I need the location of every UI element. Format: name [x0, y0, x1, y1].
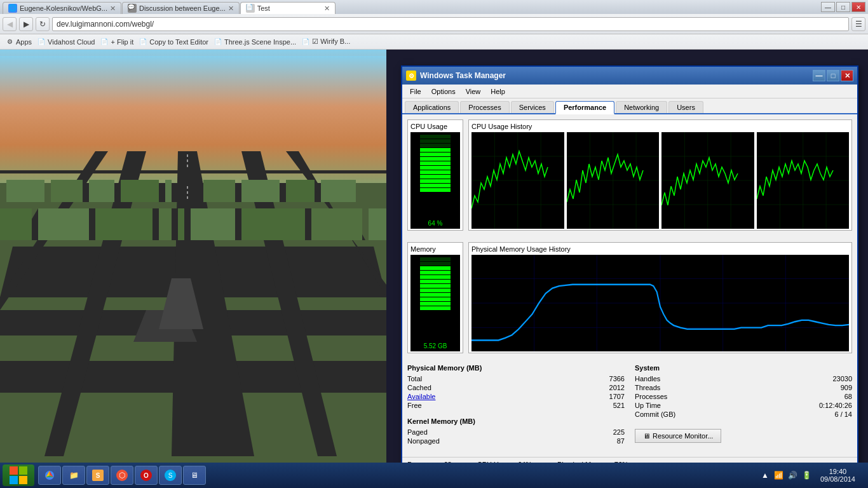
svg-rect-21 — [321, 180, 356, 202]
bookmark-wirify-label: ☑ Wirify B... — [312, 37, 350, 46]
tab-1[interactable]: 🌐 Eugene-Kolesnikov/WebG... ✕ — [3, 2, 121, 14]
svg-rect-81 — [10, 466, 18, 475]
menu-help[interactable]: Help — [485, 86, 510, 97]
tray-arrow[interactable]: ▲ — [759, 470, 771, 481]
cached-row: Cached 2012 — [407, 383, 625, 392]
slides-icon: S — [92, 470, 104, 481]
task-manager-window: ⚙ Windows Task Manager — □ ✕ File Option… — [401, 65, 858, 463]
handles-value: 23030 — [832, 375, 852, 383]
cpu-graph-2 — [567, 132, 660, 229]
system-stats: System Handles 23030 Threads 909 Process… — [635, 364, 852, 452]
memory-history-box: Physical Memory Usage History — [468, 242, 852, 353]
taskbar-chrome[interactable] — [38, 466, 61, 485]
bookmark-threejs[interactable]: 📄 Three.js Scene Inspe... — [214, 37, 296, 46]
tm-performance-content: CPU Usage — [402, 114, 857, 457]
svg-rect-15 — [89, 180, 114, 202]
tray-battery[interactable]: 🔋 — [801, 470, 813, 481]
physical-memory-stats: Physical Memory (MB) Total 7366 Cached 2… — [407, 364, 625, 452]
taskbar: 📁 S ⬡ O S 🖥 ▲ 📶 🔊 🔋 19: — [0, 463, 868, 488]
tm-maximize-button[interactable]: □ — [827, 70, 839, 81]
cached-label: Cached — [407, 384, 431, 391]
svg-rect-17 — [165, 180, 172, 202]
tray-volume[interactable]: 🔊 — [787, 470, 799, 481]
commit-row: Commit (GB) 6 / 14 — [635, 410, 852, 419]
tab-users[interactable]: Users — [668, 101, 703, 113]
tm-status-bar: Processes: 68 CPU Usage: 64% Physical Me… — [402, 457, 857, 463]
tm-tab-bar: Applications Processes Services Performa… — [402, 98, 857, 114]
bookmark-apps-label: Apps — [16, 38, 32, 46]
svg-rect-22 — [0, 208, 32, 240]
roads-overlay — [0, 50, 386, 463]
tab-services[interactable]: Services — [511, 101, 554, 113]
svg-rect-27 — [191, 208, 235, 240]
bookmark-wirify[interactable]: 📄 ☑ Wirify B... — [301, 37, 350, 46]
free-label: Free — [407, 402, 422, 409]
svg-rect-16 — [121, 180, 159, 202]
bookmark-copy-text[interactable]: 📄 Copy to Text Editor — [139, 37, 208, 46]
system-clock[interactable]: 19:40 09/08/2014 — [815, 468, 860, 483]
address-bar[interactable]: dev.luigimannoni.com/webgl/ — [52, 17, 849, 31]
tm-minimize-button[interactable]: — — [813, 70, 825, 81]
taskbar-git[interactable]: ⬡ — [111, 466, 133, 485]
tab-3[interactable]: 📄 Test ✕ — [240, 2, 336, 14]
svg-rect-24 — [95, 208, 153, 240]
taskbar-skype[interactable]: S — [159, 466, 182, 485]
cpu-graph-1-svg — [471, 132, 564, 229]
processes-row: Processes 68 — [635, 392, 852, 401]
navigation-bar: ◀ ▶ ↻ dev.luigimannoni.com/webgl/ ☰ — [0, 14, 868, 34]
svg-rect-83 — [10, 476, 18, 484]
taskbar-opera[interactable]: O — [135, 466, 158, 485]
minimize-button[interactable]: — — [821, 2, 835, 12]
taskbar-taskmanager[interactable]: 🖥 — [183, 466, 206, 485]
tab-3-title: Test — [257, 4, 322, 12]
bookmark-vidahost[interactable]: 📄 Vidahost Cloud — [37, 37, 95, 46]
refresh-button[interactable]: ↻ — [36, 17, 50, 31]
tab-performance[interactable]: Performance — [555, 101, 614, 114]
tm-close-button[interactable]: ✕ — [841, 70, 853, 81]
forward-button[interactable]: ▶ — [19, 17, 33, 31]
bookmark-flipit[interactable]: 📄 + Flip it — [100, 37, 133, 46]
menu-button[interactable]: ☰ — [851, 17, 865, 31]
start-button[interactable] — [3, 464, 34, 486]
available-value: 1707 — [609, 393, 625, 400]
svg-rect-13 — [6, 180, 44, 202]
maximize-button[interactable]: □ — [836, 2, 850, 12]
menu-view[interactable]: View — [461, 86, 486, 97]
tab-networking[interactable]: Networking — [616, 101, 667, 113]
paged-row: Paged 225 — [407, 428, 625, 437]
bookmark-apps[interactable]: ⚙ Apps — [5, 37, 32, 46]
handles-row: Handles 23030 — [635, 374, 852, 383]
back-button[interactable]: ◀ — [3, 17, 17, 31]
total-value: 7366 — [609, 375, 625, 383]
tm-app-icon: ⚙ — [406, 71, 416, 81]
paged-value: 225 — [613, 428, 625, 436]
tab-3-close[interactable]: ✕ — [324, 4, 330, 13]
threads-label: Threads — [635, 384, 660, 391]
webgl-canvas[interactable] — [0, 50, 386, 463]
tab-applications[interactable]: Applications — [405, 101, 459, 113]
svg-rect-23 — [38, 208, 89, 240]
memory-gauge: Memory — [407, 242, 463, 353]
available-label: Available — [407, 393, 435, 400]
taskbar-slides[interactable]: S — [86, 466, 109, 485]
tab-2-close[interactable]: ✕ — [228, 4, 234, 13]
menu-options[interactable]: Options — [426, 86, 461, 97]
svg-rect-30 — [369, 208, 386, 240]
address-text: dev.luigimannoni.com/webgl/ — [57, 20, 154, 29]
tab-1-close[interactable]: ✕ — [110, 4, 116, 13]
tab-2[interactable]: 💬 Discussion between Euge... ✕ — [122, 2, 240, 14]
tab-processes[interactable]: Processes — [460, 101, 509, 113]
menu-file[interactable]: File — [405, 86, 426, 97]
commit-value: 6 / 14 — [834, 410, 852, 418]
resource-monitor-label: Resource Monitor... — [653, 432, 713, 440]
resource-monitor-button[interactable]: 🖥 Resource Monitor... — [635, 429, 721, 443]
close-button[interactable]: ✕ — [851, 2, 865, 12]
svg-rect-25 — [159, 208, 172, 240]
opera-icon: O — [140, 470, 152, 481]
svg-rect-14 — [51, 180, 83, 202]
memory-label: Memory — [410, 245, 460, 253]
system-tray: ▲ 📶 🔊 🔋 19:40 09/08/2014 — [754, 468, 865, 483]
tray-network[interactable]: 📶 — [773, 470, 785, 481]
memory-history-svg — [471, 255, 849, 351]
taskbar-explorer[interactable]: 📁 — [62, 466, 85, 485]
